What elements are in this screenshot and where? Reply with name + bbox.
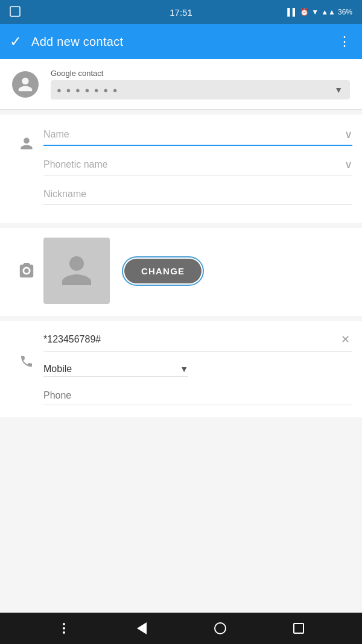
add-phone-row — [0, 384, 362, 405]
person-icon-col — [10, 122, 43, 151]
navigation-bar — [0, 613, 362, 644]
phone-type-select[interactable]: Mobile Home Work Other — [43, 364, 177, 374]
phone-section: ✕ Mobile Home Work Other ▼ — [0, 321, 362, 417]
name-fields: ∨ ∨ — [43, 122, 352, 211]
phone-number-input[interactable] — [43, 334, 334, 345]
menu-button[interactable] — [58, 618, 70, 639]
camera-icon-col — [10, 262, 43, 279]
clear-phone-button[interactable]: ✕ — [338, 330, 352, 349]
dot-3 — [63, 631, 65, 634]
more-options-button[interactable]: ⋮ — [338, 34, 352, 49]
alarm-icon: ⏰ — [300, 8, 309, 16]
phonetic-input[interactable] — [43, 157, 340, 172]
name-input[interactable] — [43, 127, 340, 142]
wifi-icon: ▼ — [311, 8, 319, 16]
photo-placeholder-icon — [59, 253, 95, 289]
phone-input-area: ✕ Mobile Home Work Other ▼ — [0, 326, 362, 384]
account-avatar — [12, 71, 39, 98]
main-content: Google contact ● ● ● ● ● ● ● ▼ ∨ — [0, 59, 362, 613]
change-photo-button[interactable]: CHANGE — [124, 259, 202, 283]
battery-level: 36% — [338, 8, 352, 16]
recents-button[interactable] — [293, 623, 304, 634]
camera-icon — [18, 262, 35, 279]
name-row: ∨ ∨ — [0, 122, 362, 211]
status-bar: 17:51 ▌▌ ⏰ ▼ ▲▲ 36% — [0, 0, 362, 24]
person-icon — [17, 76, 34, 93]
add-phone-input[interactable] — [43, 384, 352, 405]
phone-icon — [19, 354, 34, 368]
contact-photo-thumbnail[interactable] — [43, 238, 110, 304]
status-bar-left — [10, 6, 21, 19]
account-email-text: ● ● ● ● ● ● ● — [57, 86, 329, 95]
phonetic-input-row: ∨ — [43, 152, 352, 175]
app-bar: ✓ Add new contact ⋮ — [0, 24, 362, 59]
signal-icon: ▌▌ — [287, 8, 297, 16]
name-input-row: ∨ — [43, 122, 352, 146]
confirm-button[interactable]: ✓ — [10, 33, 22, 50]
account-selector[interactable]: Google contact ● ● ● ● ● ● ● ▼ — [51, 69, 350, 99]
account-section: Google contact ● ● ● ● ● ● ● ▼ — [0, 59, 362, 110]
dot-1 — [63, 623, 65, 625]
photo-section: CHANGE — [0, 228, 362, 316]
home-button[interactable] — [214, 622, 226, 634]
account-type-label: Google contact — [51, 69, 350, 78]
contact-person-icon — [19, 136, 34, 151]
name-expand-icon[interactable]: ∨ — [345, 128, 352, 141]
phone-fields: ✕ Mobile Home Work Other ▼ — [43, 326, 352, 384]
phonetic-expand-icon[interactable]: ∨ — [345, 158, 352, 171]
account-dropdown-arrow: ▼ — [334, 85, 344, 95]
phone-number-row: ✕ — [43, 326, 352, 352]
account-email-bar[interactable]: ● ● ● ● ● ● ● ▼ — [51, 80, 350, 99]
name-form-section: ∨ ∨ — [0, 115, 362, 223]
phone-type-arrow: ▼ — [180, 364, 188, 374]
nickname-input-row — [43, 182, 352, 205]
phone-icon-col — [10, 342, 43, 368]
page-title: Add new contact — [31, 35, 338, 49]
status-bar-right: ▌▌ ⏰ ▼ ▲▲ 36% — [287, 8, 352, 16]
status-bar-time: 17:51 — [170, 7, 192, 17]
nickname-input[interactable] — [43, 186, 352, 202]
back-button[interactable] — [137, 622, 147, 634]
dot-2 — [63, 627, 65, 630]
svg-rect-0 — [10, 7, 20, 16]
signal2-icon: ▲▲ — [321, 8, 335, 16]
phone-type-row: Mobile Home Work Other ▼ — [43, 359, 188, 377]
